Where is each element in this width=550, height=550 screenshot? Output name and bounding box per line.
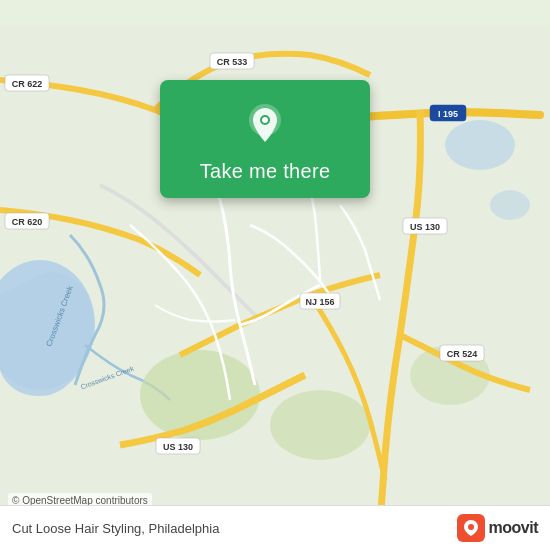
svg-text:CR 524: CR 524 [447,349,478,359]
take-me-there-button-label: Take me there [200,160,331,183]
svg-text:I 195: I 195 [438,109,458,119]
map-container: CR 622 CR 533 CR 620 I 195 US 130 NJ 156… [0,0,550,550]
place-name: Cut Loose Hair Styling, Philadelphia [12,521,219,536]
moovit-brand-icon [457,514,485,542]
moovit-logo: moovit [457,514,538,542]
location-card[interactable]: Take me there [160,80,370,198]
svg-text:CR 622: CR 622 [12,79,43,89]
svg-point-6 [490,190,530,220]
svg-text:CR 620: CR 620 [12,217,43,227]
svg-point-5 [445,120,515,170]
svg-point-3 [270,390,370,460]
location-pin-icon [241,100,289,148]
svg-text:US 130: US 130 [410,222,440,232]
svg-text:CR 533: CR 533 [217,57,248,67]
svg-text:NJ 156: NJ 156 [305,297,334,307]
bottom-bar: Cut Loose Hair Styling, Philadelphia moo… [0,505,550,550]
moovit-brand-label: moovit [489,519,538,537]
svg-text:US 130: US 130 [163,442,193,452]
svg-point-29 [468,524,474,530]
svg-point-27 [262,117,268,123]
